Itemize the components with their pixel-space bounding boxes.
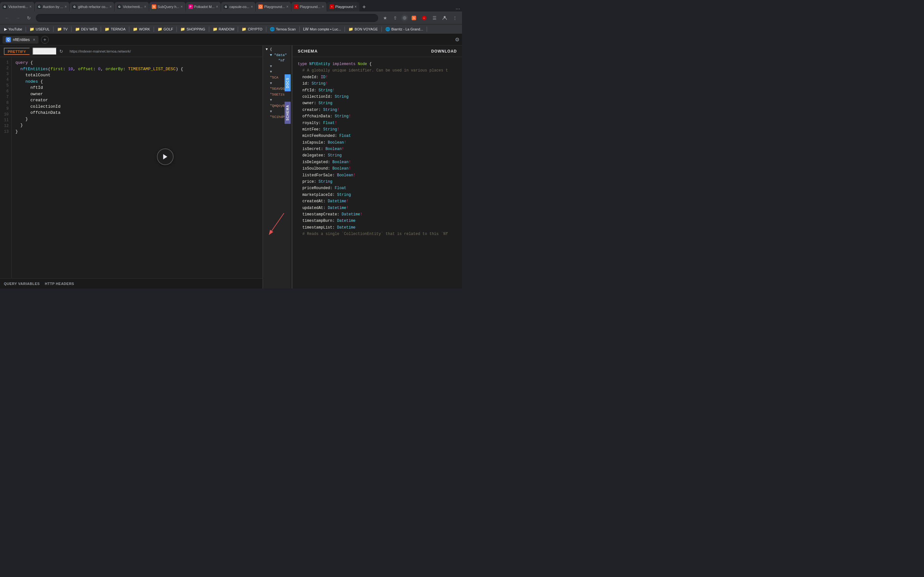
browser-tab-tab8[interactable]: ⬡ Playground... ×	[256, 2, 291, 11]
schema-line-12: isCapsule: Boolean!	[298, 139, 457, 146]
browser-tab-tab3[interactable]: G github refactor co... ×	[69, 2, 115, 11]
code-line-12[interactable]: }	[15, 129, 258, 135]
editor-content[interactable]: 12345678910111213 query { nftEntities(fi…	[0, 57, 262, 278]
back-button[interactable]: ←	[3, 13, 11, 23]
tab-scroll-arrow[interactable]: ⋯	[454, 6, 462, 11]
schema-line-18: price: String	[298, 179, 457, 185]
browser-tab-tab4[interactable]: G Victor/renti... ×	[115, 2, 149, 11]
browser-window: G Victor/renti... × G Auction by ... × G…	[0, 0, 462, 288]
browser-tab-tab7[interactable]: G capsule-co... ×	[221, 2, 256, 11]
svg-line-8	[270, 213, 284, 234]
bookmark-star-icon[interactable]: ★	[381, 13, 389, 23]
bookmark-random[interactable]: 📁RANDOM	[210, 26, 237, 32]
new-query-btn[interactable]: +	[41, 36, 49, 44]
bookmark-shopping[interactable]: 📁SHOPPING	[178, 26, 207, 32]
browser-tab-tab2[interactable]: G Auction by ... ×	[35, 2, 70, 11]
line-number-8: 8	[4, 100, 9, 106]
schema-line-27: # Reads a single `CollectionEntity` that…	[298, 231, 457, 237]
bookmark-separator	[153, 27, 154, 32]
extension-icon2[interactable]: S	[409, 13, 418, 23]
extension-icon1[interactable]	[401, 15, 408, 21]
bookmark-golf[interactable]: 📁GOLF	[155, 26, 176, 32]
schema-panel: SCHEMA DOWNLOAD type NftEntity implement…	[292, 45, 462, 288]
forward-button[interactable]: →	[13, 13, 23, 23]
code-line-8[interactable]: collectionId	[15, 103, 258, 110]
query-tab-close[interactable]: ×	[33, 37, 35, 42]
share-icon[interactable]: ⇧	[391, 13, 400, 23]
extensions-btn[interactable]: ☰	[430, 13, 439, 23]
schema-line-4: nftId: String!	[298, 87, 457, 93]
code-line-5[interactable]: nftId	[15, 85, 258, 91]
bookmark-separator	[209, 27, 209, 32]
bookmark-biarritz-lagrand...[interactable]: 🌐Biarritz - La Grand...	[383, 26, 425, 32]
schema-title: SCHEMA	[298, 49, 318, 53]
schema-line-24: timestampBurn: Datetime	[298, 218, 457, 224]
schema-line-23: timestampCreate: Datetime!	[298, 211, 457, 218]
schema-line-5: collectionId: String	[298, 93, 457, 100]
browser-tab-tab9[interactable]: ▪ Playground... ×	[291, 2, 327, 11]
prettify-button[interactable]: PRETTIFY	[4, 48, 30, 55]
result-line-13: "5GE7zs	[263, 92, 291, 98]
schema-line-2: nodeId: ID!	[298, 74, 457, 81]
download-button[interactable]: DOWNLOAD	[431, 49, 457, 53]
run-button[interactable]	[157, 148, 174, 165]
bookmark-youtube[interactable]: ▶YouTube	[2, 26, 24, 32]
browser-tab-tab10[interactable]: ▪ Playground ×	[327, 2, 360, 11]
bookmark-bonvoyage[interactable]: 📁BON VOYAGE	[346, 26, 380, 32]
bookmark-ternoascan[interactable]: 🌐Ternoa Scan	[268, 26, 298, 32]
bookmark-ternoa[interactable]: 📁TERNOA	[102, 26, 128, 32]
line-number-11: 11	[4, 117, 9, 123]
line-number-5: 5	[4, 83, 9, 89]
bookmark-useful[interactable]: 📁USEFUL	[27, 26, 52, 32]
address-bar-row: ← → ↻ indexer-mainnet.ternoa.network ★ ⇧…	[0, 11, 462, 24]
code-line-7[interactable]: creator	[15, 97, 258, 103]
toolbar-icons: ★ ⇧ S ▪ ☰ ⋮	[381, 13, 459, 23]
code-line-10[interactable]: }	[15, 116, 258, 122]
refresh-icon[interactable]: ↻	[59, 49, 63, 54]
schema-line-14: delegatee: String	[298, 152, 457, 159]
browser-tab-tab1[interactable]: G Victor/renti... ×	[0, 2, 35, 11]
line-number-6: 6	[4, 89, 9, 94]
svg-text:S: S	[413, 16, 415, 19]
schema-line-3: id: String!	[298, 81, 457, 87]
code-line-4[interactable]: nodes {	[15, 79, 258, 85]
query-tab[interactable]: Q nftEntities ×	[3, 36, 39, 44]
url-display: https://indexer-mainnet.ternoa.network/	[69, 49, 131, 53]
address-input[interactable]: indexer-mainnet.ternoa.network	[35, 13, 379, 23]
bookmark-devweb[interactable]: 📁DEV WEB	[73, 26, 100, 32]
schema-line-21: createdAt: Datetime!	[298, 198, 457, 205]
bookmark-separator	[26, 27, 26, 32]
http-headers-btn[interactable]: HTTP HEADERS	[45, 282, 74, 285]
bookmark-moncompte•luc...[interactable]: LWMon compte • Luc...	[301, 26, 344, 32]
line-number-1: 1	[4, 60, 9, 65]
new-tab-button[interactable]: +	[360, 3, 368, 11]
code-line-2[interactable]: nftEntities(first: 10, offset: 0, orderB…	[15, 66, 258, 73]
reload-button[interactable]: ↻	[24, 13, 33, 23]
history-button[interactable]: HISTORY	[32, 47, 57, 55]
code-line-1[interactable]: query {	[15, 60, 258, 66]
bookmark-crypto[interactable]: 📁CRYPTO	[239, 26, 264, 32]
schema-line-10: mintFee: String!	[298, 126, 457, 133]
extension-icon3[interactable]: ▪	[420, 13, 429, 23]
arrow-annotation	[265, 211, 287, 237]
bookmark-work[interactable]: 📁WORK	[131, 26, 152, 32]
profiles-btn[interactable]	[440, 13, 449, 23]
browser-tab-tab6[interactable]: P Polkadot M... ×	[186, 2, 221, 11]
editor-panel: PRETTIFY HISTORY ↻ https://indexer-mainn…	[0, 45, 263, 288]
settings-gear-icon[interactable]: ⚙	[455, 37, 459, 43]
query-tab-title: nftEntities	[13, 37, 30, 42]
bottom-bar: QUERY VARIABLES HTTP HEADERS	[0, 278, 262, 288]
schema-line-16: isSoulbound: Boolean!	[298, 165, 457, 172]
code-line-9[interactable]: offchainData	[15, 110, 258, 116]
docs-side-tab[interactable]: DOCS	[284, 74, 291, 91]
bookmark-tv[interactable]: 📁TV	[55, 26, 70, 32]
code-line-6[interactable]: owner	[15, 91, 258, 97]
code-line-11[interactable]: }	[15, 122, 258, 129]
query-variables-btn[interactable]: QUERY VARIABLES	[4, 282, 40, 285]
schema-side-tab[interactable]: SCHEMA	[284, 102, 291, 124]
menu-btn[interactable]: ⋮	[451, 13, 459, 23]
schema-line-17: listedForSale: Boolean!	[298, 172, 457, 179]
code-line-3[interactable]: totalCount	[15, 72, 258, 79]
browser-tab-tab5[interactable]: S SubQuery h... ×	[149, 2, 186, 11]
code-content[interactable]: query { nftEntities(first: 10, offset: 0…	[11, 57, 262, 278]
